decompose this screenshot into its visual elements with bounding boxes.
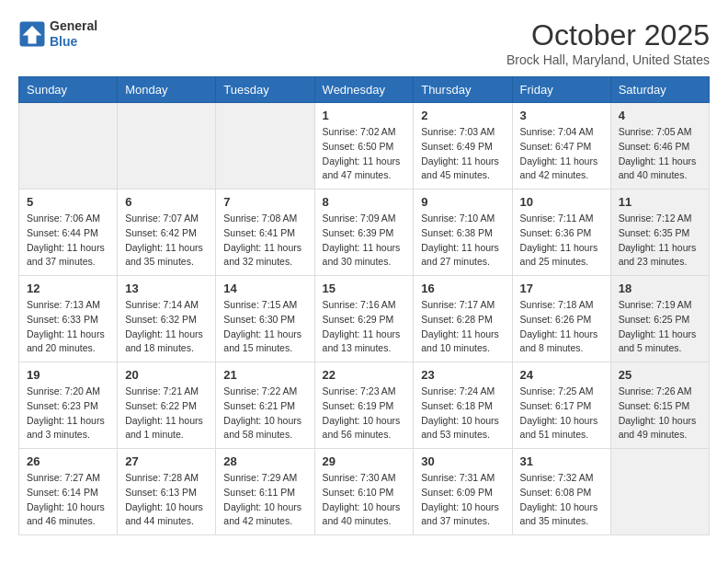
day-number: 23 [421, 368, 504, 382]
day-number: 13 [125, 282, 208, 295]
day-number: 27 [125, 454, 208, 468]
day-info: Sunrise: 7:14 AM Sunset: 6:32 PM Dayligh… [125, 298, 208, 356]
week-row-4: 19Sunrise: 7:20 AM Sunset: 6:23 PM Dayli… [19, 362, 710, 449]
day-number: 10 [520, 195, 603, 209]
day-info: Sunrise: 7:12 AM Sunset: 6:35 PM Dayligh… [619, 212, 701, 270]
day-number: 6 [125, 195, 208, 209]
day-info: Sunrise: 7:04 AM Sunset: 6:47 PM Dayligh… [520, 125, 603, 183]
day-info: Sunrise: 7:29 AM Sunset: 6:11 PM Dayligh… [223, 471, 306, 529]
column-header-monday: Monday [118, 77, 216, 103]
month-title: October 2025 [506, 18, 710, 52]
calendar-cell: 12Sunrise: 7:13 AM Sunset: 6:33 PM Dayli… [19, 276, 118, 362]
calendar-cell [216, 103, 314, 190]
day-number: 20 [125, 368, 208, 382]
day-info: Sunrise: 7:25 AM Sunset: 6:17 PM Dayligh… [520, 385, 603, 442]
day-number: 28 [223, 454, 306, 468]
day-info: Sunrise: 7:02 AM Sunset: 6:50 PM Dayligh… [323, 125, 406, 183]
title-section: October 2025 Brock Hall, Maryland, Unite… [506, 18, 710, 67]
calendar-cell: 21Sunrise: 7:22 AM Sunset: 6:21 PM Dayli… [216, 362, 314, 449]
logo: General Blue [18, 18, 97, 50]
day-info: Sunrise: 7:15 AM Sunset: 6:30 PM Dayligh… [223, 298, 306, 356]
day-info: Sunrise: 7:19 AM Sunset: 6:25 PM Dayligh… [619, 298, 701, 356]
calendar-cell: 10Sunrise: 7:11 AM Sunset: 6:36 PM Dayli… [512, 190, 610, 276]
logo-general-text: General [50, 18, 97, 34]
calendar-header-row: SundayMondayTuesdayWednesdayThursdayFrid… [19, 77, 710, 103]
calendar-cell: 8Sunrise: 7:09 AM Sunset: 6:39 PM Daylig… [314, 190, 414, 276]
week-row-3: 12Sunrise: 7:13 AM Sunset: 6:33 PM Dayli… [19, 276, 710, 362]
calendar-cell [19, 103, 118, 190]
calendar-cell: 16Sunrise: 7:17 AM Sunset: 6:28 PM Dayli… [414, 276, 512, 362]
calendar-cell [610, 449, 709, 535]
day-info: Sunrise: 7:24 AM Sunset: 6:18 PM Dayligh… [421, 385, 504, 442]
calendar-cell: 25Sunrise: 7:26 AM Sunset: 6:15 PM Dayli… [610, 362, 709, 449]
day-number: 11 [619, 195, 701, 209]
day-info: Sunrise: 7:03 AM Sunset: 6:49 PM Dayligh… [421, 125, 504, 183]
day-info: Sunrise: 7:23 AM Sunset: 6:19 PM Dayligh… [323, 385, 406, 442]
day-info: Sunrise: 7:31 AM Sunset: 6:09 PM Dayligh… [421, 471, 504, 529]
day-info: Sunrise: 7:32 AM Sunset: 6:08 PM Dayligh… [520, 471, 603, 529]
calendar-cell: 17Sunrise: 7:18 AM Sunset: 6:26 PM Dayli… [512, 276, 610, 362]
day-number: 29 [323, 454, 406, 468]
day-number: 25 [619, 368, 701, 382]
day-info: Sunrise: 7:27 AM Sunset: 6:14 PM Dayligh… [27, 471, 109, 529]
calendar-cell: 4Sunrise: 7:05 AM Sunset: 6:46 PM Daylig… [610, 103, 709, 190]
calendar-cell: 6Sunrise: 7:07 AM Sunset: 6:42 PM Daylig… [118, 190, 216, 276]
day-number: 19 [27, 368, 109, 382]
calendar-cell: 23Sunrise: 7:24 AM Sunset: 6:18 PM Dayli… [414, 362, 512, 449]
day-number: 12 [27, 282, 109, 295]
day-info: Sunrise: 7:28 AM Sunset: 6:13 PM Dayligh… [125, 471, 208, 529]
calendar-cell: 30Sunrise: 7:31 AM Sunset: 6:09 PM Dayli… [414, 449, 512, 535]
calendar-table: SundayMondayTuesdayWednesdayThursdayFrid… [18, 76, 710, 535]
calendar-cell: 5Sunrise: 7:06 AM Sunset: 6:44 PM Daylig… [19, 190, 118, 276]
calendar-cell: 13Sunrise: 7:14 AM Sunset: 6:32 PM Dayli… [118, 276, 216, 362]
day-info: Sunrise: 7:22 AM Sunset: 6:21 PM Dayligh… [223, 385, 306, 442]
day-info: Sunrise: 7:21 AM Sunset: 6:22 PM Dayligh… [125, 385, 208, 442]
day-info: Sunrise: 7:17 AM Sunset: 6:28 PM Dayligh… [421, 298, 504, 356]
day-info: Sunrise: 7:26 AM Sunset: 6:15 PM Dayligh… [619, 385, 701, 442]
day-number: 8 [323, 195, 406, 209]
day-number: 14 [223, 282, 306, 295]
day-number: 5 [27, 195, 109, 209]
column-header-wednesday: Wednesday [314, 77, 414, 103]
calendar-cell: 14Sunrise: 7:15 AM Sunset: 6:30 PM Dayli… [216, 276, 314, 362]
week-row-2: 5Sunrise: 7:06 AM Sunset: 6:44 PM Daylig… [19, 190, 710, 276]
logo-blue-text: Blue [50, 34, 97, 50]
calendar-cell: 9Sunrise: 7:10 AM Sunset: 6:38 PM Daylig… [414, 190, 512, 276]
column-header-thursday: Thursday [414, 77, 512, 103]
day-info: Sunrise: 7:08 AM Sunset: 6:41 PM Dayligh… [223, 212, 306, 270]
calendar-cell: 11Sunrise: 7:12 AM Sunset: 6:35 PM Dayli… [610, 190, 709, 276]
calendar-cell: 28Sunrise: 7:29 AM Sunset: 6:11 PM Dayli… [216, 449, 314, 535]
day-info: Sunrise: 7:11 AM Sunset: 6:36 PM Dayligh… [520, 212, 603, 270]
day-number: 21 [223, 368, 306, 382]
day-number: 22 [323, 368, 406, 382]
day-number: 9 [421, 195, 504, 209]
week-row-1: 1Sunrise: 7:02 AM Sunset: 6:50 PM Daylig… [19, 103, 710, 190]
day-number: 7 [223, 195, 306, 209]
day-number: 16 [421, 282, 504, 295]
day-info: Sunrise: 7:18 AM Sunset: 6:26 PM Dayligh… [520, 298, 603, 356]
calendar-cell: 18Sunrise: 7:19 AM Sunset: 6:25 PM Dayli… [610, 276, 709, 362]
day-info: Sunrise: 7:20 AM Sunset: 6:23 PM Dayligh… [27, 385, 109, 442]
column-header-saturday: Saturday [610, 77, 709, 103]
week-row-5: 26Sunrise: 7:27 AM Sunset: 6:14 PM Dayli… [19, 449, 710, 535]
calendar-cell: 3Sunrise: 7:04 AM Sunset: 6:47 PM Daylig… [512, 103, 610, 190]
day-number: 4 [619, 109, 701, 122]
column-header-sunday: Sunday [19, 77, 118, 103]
calendar-cell: 20Sunrise: 7:21 AM Sunset: 6:22 PM Dayli… [118, 362, 216, 449]
logo-icon [18, 20, 46, 48]
calendar-cell: 27Sunrise: 7:28 AM Sunset: 6:13 PM Dayli… [118, 449, 216, 535]
day-info: Sunrise: 7:16 AM Sunset: 6:29 PM Dayligh… [323, 298, 406, 356]
calendar-cell: 19Sunrise: 7:20 AM Sunset: 6:23 PM Dayli… [19, 362, 118, 449]
day-number: 30 [421, 454, 504, 468]
day-info: Sunrise: 7:09 AM Sunset: 6:39 PM Dayligh… [323, 212, 406, 270]
day-number: 24 [520, 368, 603, 382]
day-number: 2 [421, 109, 504, 122]
day-number: 15 [323, 282, 406, 295]
calendar-cell: 29Sunrise: 7:30 AM Sunset: 6:10 PM Dayli… [314, 449, 414, 535]
day-info: Sunrise: 7:06 AM Sunset: 6:44 PM Dayligh… [27, 212, 109, 270]
column-header-friday: Friday [512, 77, 610, 103]
calendar-cell: 1Sunrise: 7:02 AM Sunset: 6:50 PM Daylig… [314, 103, 414, 190]
calendar-cell: 2Sunrise: 7:03 AM Sunset: 6:49 PM Daylig… [414, 103, 512, 190]
column-header-tuesday: Tuesday [216, 77, 314, 103]
day-info: Sunrise: 7:30 AM Sunset: 6:10 PM Dayligh… [323, 471, 406, 529]
